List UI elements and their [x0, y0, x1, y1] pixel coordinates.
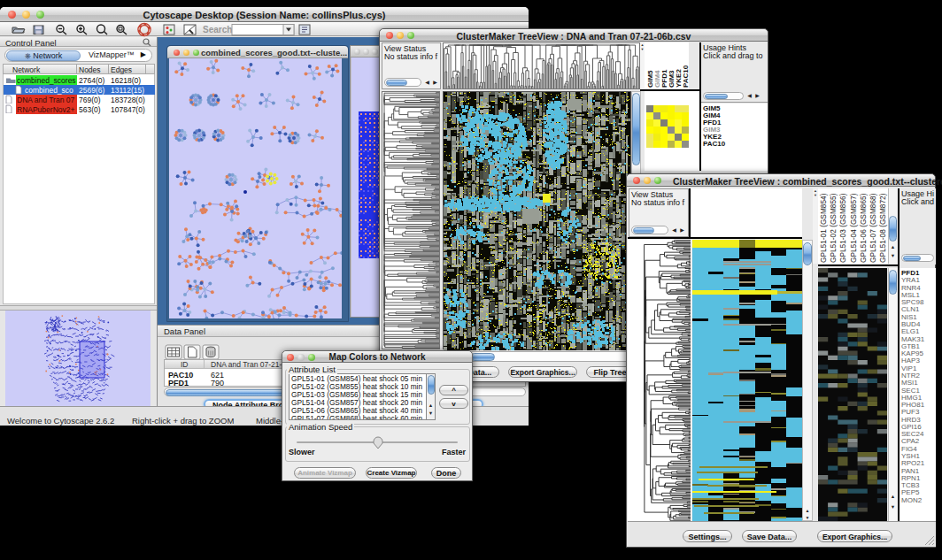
svg-text:GPL51-02 (GSM855): GPL51-02 (GSM855)	[829, 193, 838, 263]
svg-text:GPL51-04 (GSM857): GPL51-04 (GSM857)	[849, 193, 858, 263]
svg-text:GPL51-03 (GSM856): GPL51-03 (GSM856)	[838, 193, 847, 263]
svg-text:GPL51-08 (GSM872): GPL51-08 (GSM872)	[878, 193, 887, 263]
svg-text:GPL51-07 (GSM868): GPL51-07 (GSM868)	[869, 193, 877, 263]
svg-text:Search:: Search:	[203, 25, 236, 35]
svg-text:PAC10: PAC10	[682, 65, 689, 88]
svg-text:GPL51-01 (GSM854): GPL51-01 (GSM854)	[819, 193, 828, 263]
svg-text:GPL51-06 (GSM865): GPL51-06 (GSM865)	[859, 193, 868, 263]
